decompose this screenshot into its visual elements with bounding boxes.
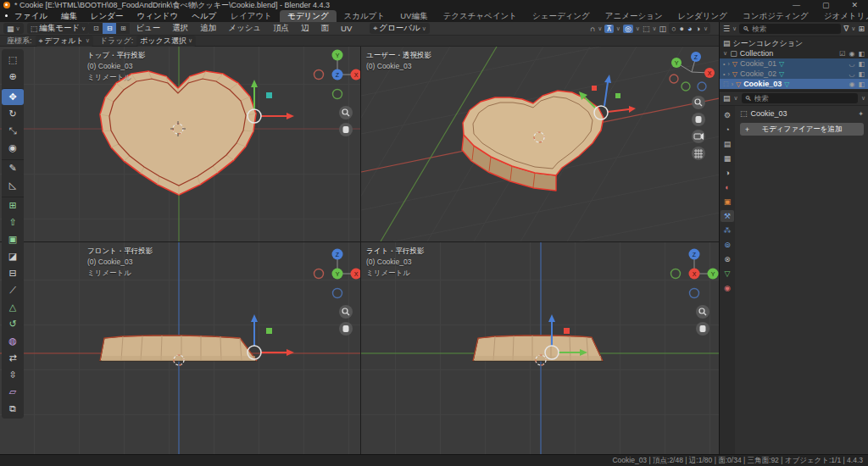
tab-tool[interactable]: ⚙ bbox=[721, 109, 734, 121]
viewport-vertical-divider[interactable] bbox=[360, 47, 361, 454]
pin-icon[interactable]: ✦ bbox=[858, 110, 864, 118]
outliner-row-collection[interactable]: ∨ ▢ Collection ☑ ◉ ◧ bbox=[720, 48, 868, 58]
tab-output[interactable]: ▤ bbox=[721, 138, 734, 150]
tool-transform[interactable]: ◉ bbox=[2, 139, 24, 156]
tab-material[interactable]: ◉ bbox=[721, 282, 734, 294]
tool-knife[interactable]: ⟋ bbox=[2, 281, 24, 298]
zoom-icon[interactable] bbox=[339, 106, 353, 119]
properties-editor-icon[interactable]: ▤ bbox=[723, 94, 731, 103]
nav-gizmo-front[interactable]: Z X Y bbox=[314, 249, 361, 298]
editor-type-button[interactable]: ▦∨ bbox=[3, 23, 24, 34]
minimize-button[interactable]: — bbox=[793, 1, 800, 9]
pan-hand-icon[interactable] bbox=[339, 322, 353, 336]
properties-options-icon[interactable]: ∨ bbox=[861, 95, 865, 102]
shading-solid-icon[interactable]: ● bbox=[680, 25, 684, 33]
cookie-mesh-perspective[interactable] bbox=[462, 91, 604, 191]
move-gizmo[interactable] bbox=[248, 314, 294, 359]
tool-add-cube[interactable]: ⊞ bbox=[2, 197, 24, 214]
tool-extrude-region[interactable]: ⇧ bbox=[2, 214, 24, 230]
tool-spin[interactable]: ↺ bbox=[2, 315, 24, 332]
tool-loop-cut[interactable]: ⊟ bbox=[2, 264, 24, 281]
face-select-button[interactable]: ⊞ bbox=[116, 23, 130, 34]
camera-visibility-icon[interactable]: ◧ bbox=[858, 50, 865, 58]
tab-physics[interactable]: ⊚ bbox=[721, 239, 734, 251]
camera-visibility-icon[interactable]: ◧ bbox=[858, 60, 865, 68]
tab-view-layer[interactable]: ▦ bbox=[721, 153, 734, 164]
disclosure-icon[interactable]: ∨ bbox=[723, 50, 727, 57]
outliner-row-cookie-02[interactable]: •› ▽ Cookie_02 ▽ ◡ ◧ bbox=[720, 69, 868, 79]
add-modifier-button[interactable]: + モディファイアーを追加 bbox=[740, 123, 864, 136]
zoom-icon[interactable] bbox=[696, 305, 709, 319]
tool-shrink-fatten[interactable]: ⇳ bbox=[2, 366, 24, 383]
menu-render[interactable]: レンダー bbox=[84, 11, 131, 22]
tool-rotate[interactable]: ↻ bbox=[2, 105, 24, 122]
pan-hand-icon[interactable] bbox=[692, 113, 705, 126]
tool-poly-build[interactable]: △ bbox=[2, 298, 24, 315]
tab-modifiers[interactable]: ⚒ bbox=[721, 210, 734, 222]
tool-select-box[interactable]: ⬚ bbox=[2, 51, 24, 68]
coord-selector[interactable]: ⌖デフォルト∨ bbox=[36, 36, 93, 47]
disclosure-icon[interactable]: › bbox=[727, 61, 729, 67]
viewport-user[interactable]: Z X Y bbox=[361, 47, 719, 241]
workspace-tab-compositing[interactable]: コンポジティング bbox=[735, 10, 816, 23]
cookie-mesh-right[interactable] bbox=[473, 336, 603, 361]
proportional-editing-icon[interactable]: ◎ bbox=[623, 25, 633, 33]
tool-move[interactable]: ✥ bbox=[2, 88, 24, 105]
pan-hand-icon[interactable] bbox=[339, 123, 353, 136]
workspace-tab-shading[interactable]: シェーディング bbox=[525, 10, 598, 23]
tool-rip-region[interactable]: ⧉ bbox=[2, 400, 24, 417]
transform-orientation-selector[interactable]: ⌖グローバル∨ bbox=[370, 23, 430, 34]
camera-view-icon[interactable] bbox=[692, 130, 705, 143]
menu-vertex[interactable]: 頂点 bbox=[267, 23, 295, 34]
mode-selector[interactable]: ⬚編集モード∨ bbox=[27, 23, 90, 34]
close-button[interactable]: ✕ bbox=[851, 1, 858, 9]
tab-scene[interactable]: ◑ bbox=[721, 167, 734, 179]
viewport-horizontal-divider[interactable] bbox=[0, 241, 719, 242]
outliner-filter-icon[interactable]: ∇ bbox=[843, 25, 849, 33]
drag-selector[interactable]: ボックス選択∨ bbox=[136, 36, 196, 47]
snap-target-icon[interactable]: ⊼ bbox=[604, 25, 614, 33]
eye-closed-icon[interactable]: ◡ bbox=[849, 70, 854, 78]
outliner-search-input[interactable] bbox=[752, 25, 837, 33]
shading-dropdown-icon[interactable]: ∨ bbox=[704, 25, 708, 32]
menu-face[interactable]: 面 bbox=[315, 23, 336, 34]
shading-wireframe-icon[interactable]: ○ bbox=[671, 25, 676, 33]
menu-uv[interactable]: UV bbox=[335, 24, 358, 33]
workspace-tab-layout[interactable]: レイアウト bbox=[223, 10, 280, 23]
viewport-top[interactable]: Y X Z トップ・平行投影 (0) Cookie_03 ミリメートル bbox=[0, 47, 360, 241]
tab-object[interactable]: ▣ bbox=[721, 196, 734, 208]
tool-scale[interactable]: ⤡ bbox=[2, 122, 24, 139]
tab-object-data[interactable]: ▽ bbox=[721, 268, 734, 280]
camera-visibility-icon[interactable]: ◧ bbox=[858, 80, 865, 88]
workspace-tab-texture-paint[interactable]: テクスチャペイント bbox=[435, 10, 525, 23]
eye-open-icon[interactable]: ◉ bbox=[849, 50, 854, 58]
menu-help[interactable]: ヘルプ bbox=[185, 11, 223, 22]
viewport-right[interactable]: Z Y X ライト・平行投影 (0) Cookie_03 ミリメートル bbox=[361, 242, 719, 454]
tool-smooth[interactable]: ◍ bbox=[2, 332, 24, 349]
tab-render[interactable]: ◔ bbox=[721, 124, 734, 136]
cookie-mesh-front[interactable] bbox=[100, 336, 257, 361]
new-collection-icon[interactable]: ⊞ bbox=[858, 25, 865, 33]
vertex-select-button[interactable]: ⊡ bbox=[89, 23, 103, 34]
outliner-search[interactable]: 🔍︎ bbox=[739, 24, 841, 34]
disclosure-icon[interactable]: › bbox=[727, 71, 729, 77]
workspace-tab-modeling[interactable]: モデリング bbox=[280, 10, 337, 23]
workspace-tab-uv[interactable]: UV編集 bbox=[392, 10, 435, 23]
outliner-row-scene-collection[interactable]: ▤ シーンコレクション bbox=[720, 38, 868, 48]
show-gizmo-icon[interactable]: ⬚ bbox=[643, 25, 650, 33]
outliner-display-mode-icon[interactable]: ☰ bbox=[723, 25, 730, 33]
workspace-tab-animation[interactable]: アニメーション bbox=[598, 10, 670, 23]
zoom-icon[interactable] bbox=[339, 305, 353, 319]
viewport-quad[interactable]: ⬚ ⊕ ✥ ↻ ⤡ ◉ ✎ ◺ ⊞ ⇧ ▣ ◪ ⊟ ⟋ △ ↺ ◍ ⇄ ⇳ ▱ … bbox=[0, 47, 719, 454]
outliner-row-cookie-03[interactable]: ⬚› ▽ Cookie_03 ▽ ◉ ◧ bbox=[720, 79, 868, 89]
tool-shear[interactable]: ▱ bbox=[2, 383, 24, 400]
menu-view[interactable]: ビュー bbox=[130, 23, 166, 34]
properties-search[interactable]: 🔍︎ bbox=[742, 93, 858, 103]
viewport-front[interactable]: Z X Y フロント・平行投影 (0) Cookie_03 ミリメートル bbox=[0, 242, 360, 454]
tool-annotate[interactable]: ✎ bbox=[2, 159, 24, 176]
edge-select-button[interactable]: ⊟ bbox=[103, 23, 116, 34]
camera-visibility-icon[interactable]: ◧ bbox=[858, 70, 865, 78]
shading-rendered-icon[interactable]: ◑ bbox=[695, 25, 699, 33]
eye-closed-icon[interactable]: ◡ bbox=[849, 60, 854, 68]
tool-measure[interactable]: ◺ bbox=[2, 176, 24, 193]
